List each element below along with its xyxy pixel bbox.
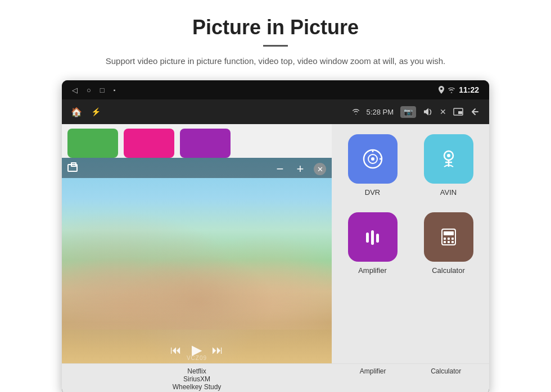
pip-window[interactable]: − + ✕ ⏮ ▶ ⏭ VCZ09: [62, 158, 332, 363]
svg-rect-17: [448, 238, 450, 240]
amplifier-icon-box[interactable]: [348, 212, 398, 262]
dvr-label: DVR: [365, 188, 380, 197]
title-divider: [263, 45, 288, 47]
app-icons-row: [62, 124, 332, 162]
toolbar-time: 5:28 PM: [367, 108, 394, 116]
bottom-labels-right: Amplifier Calculator: [332, 364, 489, 392]
app-grid-right: DVR AVIN: [332, 124, 489, 363]
calculator-bottom-label: Calculator: [431, 367, 461, 391]
toolbar-left: 🏠 ⚡: [71, 107, 101, 117]
netflix-bottom-label: Netflix: [187, 367, 206, 375]
page-subtitle: Support video picture in picture functio…: [106, 54, 445, 68]
calculator-label: Calculator: [432, 266, 465, 275]
bottom-labels-bar: Netflix SiriusXM Wheelkey Study Amplifie…: [62, 363, 489, 392]
device-frame: ◁ ○ □ ▪ 11:22 🏠: [62, 80, 489, 392]
nav-home-icon[interactable]: ○: [87, 86, 91, 94]
app-cell-dvr[interactable]: DVR: [337, 130, 408, 202]
dvr-icon-box[interactable]: [348, 134, 398, 184]
wifi-icon: [448, 86, 455, 93]
status-bar-right: 11:22: [439, 85, 479, 94]
close-window-icon[interactable]: ✕: [440, 107, 446, 116]
main-content: − + ✕ ⏮ ▶ ⏭ VCZ09: [62, 124, 489, 363]
people-overlay: [62, 217, 332, 330]
app-stub-siriusxm[interactable]: [124, 129, 174, 158]
status-bar: ◁ ○ □ ▪ 11:22: [62, 80, 489, 99]
app-cell-avin[interactable]: AVIN: [413, 130, 484, 202]
pip-prev-button[interactable]: ⏮: [170, 344, 182, 357]
camera-icon[interactable]: 📷: [400, 106, 416, 118]
dvr-icon: [360, 147, 385, 171]
siriusxm-bottom-label: SiriusXM: [183, 375, 210, 383]
svg-rect-16: [444, 238, 446, 240]
amplifier-icon: [360, 225, 385, 249]
svg-rect-12: [371, 230, 374, 245]
nav-extra-icon[interactable]: ▪: [114, 87, 116, 93]
avin-icon-box[interactable]: [424, 134, 473, 184]
home-icon[interactable]: 🏠: [71, 107, 82, 117]
wheelkey-bottom-label: Wheelkey Study: [173, 383, 222, 391]
svg-rect-19: [444, 241, 446, 243]
video-container: − + ✕ ⏮ ▶ ⏭ VCZ09: [62, 124, 332, 363]
page-wrapper: Picture in Picture Support video picture…: [0, 0, 551, 392]
app-cell-amplifier[interactable]: Amplifier: [337, 208, 408, 280]
watermark: VCZ09: [187, 355, 207, 361]
volume-icon[interactable]: [423, 107, 433, 116]
svg-rect-11: [366, 233, 369, 243]
pip-controls: − + ✕: [273, 162, 326, 176]
pip-video-content: [62, 158, 332, 363]
svg-rect-1: [458, 111, 462, 114]
svg-rect-18: [451, 238, 454, 240]
status-bar-nav: ◁ ○ □ ▪: [72, 86, 115, 94]
usb-icon[interactable]: ⚡: [91, 107, 101, 116]
toolbar-back-icon[interactable]: [470, 107, 480, 116]
toolbar-wifi-icon: [352, 108, 360, 115]
app-stub-netflix[interactable]: [67, 129, 118, 158]
toolbar-right: 5:28 PM 📷 ✕: [352, 106, 480, 118]
app-toolbar: 🏠 ⚡ 5:28 PM 📷 ✕: [62, 99, 489, 124]
svg-rect-21: [451, 241, 454, 243]
pip-window-icon[interactable]: [453, 108, 463, 116]
svg-rect-15: [444, 231, 454, 235]
pip-next-button[interactable]: ⏭: [212, 344, 223, 357]
avin-label: AVIN: [440, 188, 457, 197]
page-title: Picture in Picture: [192, 16, 359, 39]
location-icon: [439, 86, 444, 94]
nav-recent-icon[interactable]: □: [100, 86, 105, 94]
avin-icon: [436, 147, 461, 171]
status-time: 11:22: [459, 85, 479, 94]
pip-plus-button[interactable]: +: [293, 162, 307, 176]
amplifier-label: Amplifier: [358, 266, 387, 275]
bottom-labels-left: Netflix SiriusXM Wheelkey Study: [62, 364, 332, 392]
calculator-icon-box[interactable]: [424, 212, 473, 262]
svg-point-4: [371, 157, 374, 161]
amplifier-bottom-label: Amplifier: [360, 367, 386, 391]
calculator-icon: [436, 225, 461, 249]
pip-camera-indicator: [67, 164, 78, 172]
pip-close-button[interactable]: ✕: [314, 163, 326, 175]
svg-point-8: [447, 154, 450, 157]
app-cell-calculator[interactable]: Calculator: [413, 208, 484, 280]
svg-rect-13: [376, 234, 379, 243]
app-stub-wheelkey[interactable]: [180, 129, 231, 158]
nav-back-icon[interactable]: ◁: [72, 86, 78, 94]
svg-rect-20: [448, 241, 450, 243]
pip-minus-button[interactable]: −: [273, 162, 287, 176]
